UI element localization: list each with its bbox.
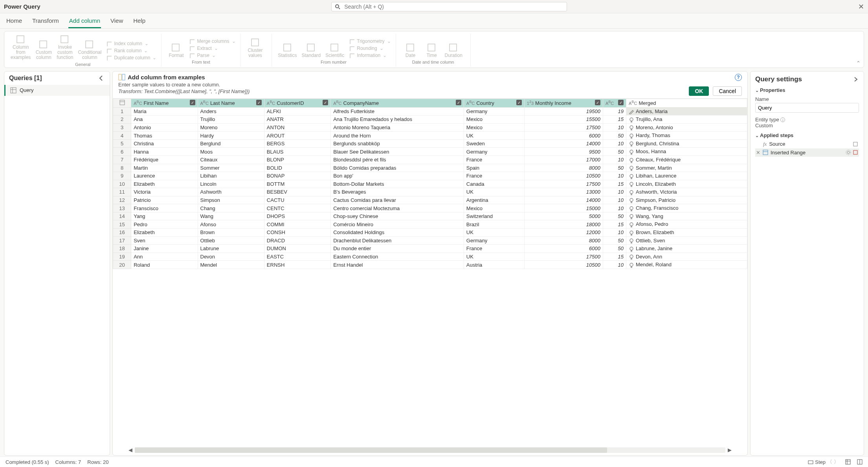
- row-index-cell[interactable]: 3: [113, 123, 131, 132]
- ok-button[interactable]: OK: [689, 86, 709, 96]
- tab-transform[interactable]: Transform: [31, 15, 60, 28]
- cell[interactable]: Spain: [464, 164, 524, 172]
- cell-income[interactable]: 9500: [524, 148, 603, 156]
- cell[interactable]: ALFKI: [264, 107, 330, 115]
- properties-section[interactable]: Properties: [755, 86, 859, 95]
- cell-extra[interactable]: 50: [603, 164, 626, 172]
- applied-step[interactable]: fx Source: [755, 140, 859, 148]
- cell-income[interactable]: 17500: [524, 180, 603, 188]
- cell[interactable]: Bólido Comidas preparadas: [331, 164, 464, 172]
- ribbon-scientific[interactable]: Scientific: [323, 42, 347, 59]
- cell-income[interactable]: 14000: [524, 196, 603, 204]
- close-icon[interactable]: ✕: [858, 2, 864, 11]
- column-header[interactable]: ABCCustomerID✓: [264, 99, 330, 107]
- cell-income[interactable]: 10500: [524, 172, 603, 180]
- cell-extra[interactable]: 10: [603, 188, 626, 196]
- column-check-icon[interactable]: ✓: [618, 100, 624, 105]
- help-icon[interactable]: ?: [735, 74, 742, 81]
- cell[interactable]: Bottom-Dollar Markets: [331, 180, 464, 188]
- ribbon-format[interactable]: Format: [165, 42, 187, 59]
- row-index-cell[interactable]: 11: [113, 188, 131, 196]
- cell-extra[interactable]: 50: [603, 245, 626, 253]
- row-index-cell[interactable]: 7: [113, 156, 131, 164]
- data-grid[interactable]: ABCFirst Name✓ABCLast Name✓ABCCustomerID…: [113, 98, 747, 445]
- cell[interactable]: Janine: [131, 245, 198, 253]
- cell-income[interactable]: 10500: [524, 261, 603, 269]
- cell[interactable]: Switzerland: [464, 212, 524, 220]
- cell-income[interactable]: 18000: [524, 220, 603, 229]
- table-row[interactable]: 14YangWangDHOPSChop-suey ChineseSwitzerl…: [113, 212, 747, 220]
- cell[interactable]: Citeaux: [198, 156, 264, 164]
- layout-view-icon[interactable]: [857, 459, 862, 465]
- ribbon-merge-columns[interactable]: Merge columns ⌄: [188, 38, 236, 45]
- cell[interactable]: CONSH: [264, 229, 330, 237]
- cell[interactable]: Laurence: [131, 172, 198, 180]
- cell-extra[interactable]: 10: [603, 123, 626, 132]
- column-header[interactable]: ABCLast Name✓: [198, 99, 264, 107]
- collapse-queries-icon[interactable]: [98, 75, 105, 82]
- cell-merged[interactable]: Libihan, Laurence: [626, 172, 747, 180]
- cell[interactable]: DHOPS: [264, 212, 330, 220]
- row-index-cell[interactable]: 13: [113, 204, 131, 212]
- cell[interactable]: Alfreds Futterkiste: [331, 107, 464, 115]
- row-index-cell[interactable]: 16: [113, 229, 131, 237]
- cell[interactable]: Mexico: [464, 204, 524, 212]
- table-row[interactable]: 9LaurenceLibihanBONAPBon app'France10500…: [113, 172, 747, 180]
- cell[interactable]: France: [464, 172, 524, 180]
- step-next-icon[interactable]: 〉: [834, 458, 839, 465]
- row-index-cell[interactable]: 6: [113, 148, 131, 156]
- cell[interactable]: Yang: [131, 212, 198, 220]
- ribbon-trigonometry[interactable]: Trigonometry ⌄: [348, 38, 391, 45]
- cell-merged[interactable]: Afonso, Pedro: [626, 220, 747, 229]
- ribbon-cluster-values[interactable]: Clustervalues: [245, 37, 266, 59]
- table-row[interactable]: 16ElizabethBrownCONSHConsolidated Holdin…: [113, 229, 747, 237]
- cell[interactable]: BLONP: [264, 156, 330, 164]
- cell-merged[interactable]: Lincoln, Elizabeth: [626, 180, 747, 188]
- cell-income[interactable]: 19500: [524, 107, 603, 115]
- cell-income[interactable]: 15500: [524, 115, 603, 124]
- table-row[interactable]: 12PatricioSimpsonCACTUCactus Comidas par…: [113, 196, 747, 204]
- column-header[interactable]: ABCCountry✓: [464, 99, 524, 107]
- tab-view[interactable]: View: [110, 15, 124, 28]
- ribbon-information[interactable]: Information ⌄: [348, 52, 387, 59]
- column-check-icon[interactable]: ✓: [256, 100, 262, 105]
- cell[interactable]: Patricio: [131, 196, 198, 204]
- table-row[interactable]: 8MartinSommerBOLIDBólido Comidas prepara…: [113, 164, 747, 172]
- cell[interactable]: Antonio: [131, 123, 198, 132]
- ribbon-invoke-custom-function[interactable]: Invokecustomfunction: [54, 34, 75, 61]
- cell[interactable]: Around the Horn: [331, 132, 464, 140]
- row-index-cell[interactable]: 4: [113, 132, 131, 140]
- cell[interactable]: BERGS: [264, 139, 330, 148]
- table-row[interactable]: 10ElizabethLincolnBOTTMBottom-Dollar Mar…: [113, 180, 747, 188]
- step-settings-icon[interactable]: [853, 141, 858, 147]
- cell[interactable]: Brazil: [464, 220, 524, 229]
- cell-merged[interactable]: Berglund, Christina: [626, 139, 747, 148]
- cell[interactable]: Ernst Handel: [331, 261, 464, 269]
- ribbon-duplicate-column[interactable]: Duplicate column ⌄: [105, 54, 157, 61]
- chevron-right-icon[interactable]: [853, 76, 859, 82]
- cell[interactable]: Mexico: [464, 123, 524, 132]
- cell[interactable]: Consolidated Holdings: [331, 229, 464, 237]
- cell[interactable]: COMMI: [264, 220, 330, 229]
- ribbon-column-from-examples[interactable]: Columnfromexamples: [8, 34, 33, 61]
- row-index-header[interactable]: [113, 99, 131, 107]
- table-row[interactable]: 19AnnDevonEASTCEastern ConnectionUK17500…: [113, 253, 747, 261]
- cell[interactable]: Sven: [131, 236, 198, 245]
- cell[interactable]: Frédérique: [131, 156, 198, 164]
- cell[interactable]: Victoria: [131, 188, 198, 196]
- cell-merged[interactable]: Ashworth, Victoria: [626, 188, 747, 196]
- cell[interactable]: Thomas: [131, 132, 198, 140]
- cell[interactable]: Moreno: [198, 123, 264, 132]
- cancel-button[interactable]: Cancel: [713, 86, 742, 96]
- cell[interactable]: Berglund: [198, 139, 264, 148]
- applied-step[interactable]: ✕ Inserted Range: [755, 148, 859, 157]
- ribbon-custom-column[interactable]: Customcolumn: [33, 34, 54, 61]
- cell-merged[interactable]: Brown, Elizabeth: [626, 229, 747, 237]
- cell[interactable]: Germany: [464, 148, 524, 156]
- cell[interactable]: Argentina: [464, 196, 524, 204]
- cell-extra[interactable]: 10: [603, 261, 626, 269]
- scroll-left-icon[interactable]: ◀: [128, 447, 132, 453]
- ribbon-conditional-column[interactable]: Conditionalcolumn: [75, 34, 104, 61]
- cell-extra[interactable]: 15: [603, 115, 626, 124]
- cell[interactable]: ANATR: [264, 115, 330, 124]
